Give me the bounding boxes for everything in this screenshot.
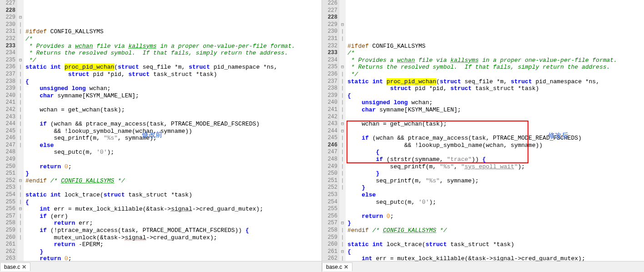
line-number[interactable]: 232 (323, 43, 337, 50)
code-line[interactable] (347, 206, 644, 213)
code-line[interactable]: { (347, 149, 644, 156)
line-number[interactable]: 250 (323, 170, 337, 177)
code-line[interactable] (25, 21, 322, 29)
line-number[interactable]: 250 (1, 163, 15, 171)
line-number[interactable]: 237 (323, 78, 337, 86)
fold-toggle-icon[interactable]: ⊟ (17, 14, 24, 21)
code-line[interactable]: if (!ptrace_may_access(task, PTRACE_MODE… (25, 227, 322, 234)
code-line[interactable] (347, 114, 644, 121)
line-number[interactable]: 256 (323, 213, 337, 220)
code-line[interactable]: } (347, 170, 644, 177)
code-line[interactable]: #endif /* CONFIG_KALLSYMS */ (25, 177, 322, 185)
line-number[interactable]: 231 (323, 35, 337, 43)
line-number[interactable]: 254 (323, 199, 337, 206)
code-line[interactable]: struct pid *pid, struct task_struct *tas… (25, 71, 322, 78)
line-number[interactable]: 237 (1, 71, 15, 78)
line-number[interactable]: 260 (1, 234, 15, 242)
fold-toggle-icon[interactable]: ⊟ (339, 248, 346, 256)
line-number[interactable]: 233 (1, 43, 15, 50)
line-number[interactable]: 242 (323, 114, 337, 121)
code-line[interactable]: { (347, 248, 644, 256)
line-number[interactable]: 251 (323, 177, 337, 185)
fold-toggle-icon[interactable]: ⊟ (339, 64, 346, 71)
code-line[interactable]: wchan = get_wchan(task); (25, 106, 322, 114)
code-line[interactable]: } (347, 220, 644, 227)
close-icon[interactable]: ✕ (22, 264, 26, 270)
code-line[interactable]: else (347, 191, 644, 199)
code-line[interactable]: static int proc_pid_wchan(struct seq_fil… (25, 64, 322, 71)
line-number[interactable]: 252 (323, 184, 337, 191)
line-number[interactable]: 226 (323, 0, 337, 7)
line-number[interactable]: 246 (323, 142, 337, 149)
line-number[interactable]: 254 (1, 191, 15, 199)
fold-toggle-icon[interactable]: ⊟ (339, 21, 346, 29)
code-line[interactable]: else (25, 142, 322, 149)
fold-toggle-icon[interactable]: ⊟ (339, 121, 346, 128)
line-number[interactable]: 244 (323, 128, 337, 135)
line-number[interactable]: 261 (323, 248, 337, 256)
fold-toggle-icon[interactable]: ⊟ (17, 206, 24, 213)
code-line[interactable]: * Returns the resolved symbol. If that f… (347, 64, 644, 71)
line-number[interactable]: 259 (323, 234, 337, 242)
line-number[interactable]: 234 (323, 57, 337, 64)
line-number[interactable]: 245 (1, 128, 15, 135)
code-line[interactable]: */ (25, 57, 322, 64)
code-line[interactable]: struct pid *pid, struct task_struct *tas… (347, 85, 644, 92)
line-number[interactable]: 252 (1, 177, 15, 185)
line-number[interactable]: 239 (1, 85, 15, 92)
line-number[interactable]: 240 (323, 99, 337, 106)
code-line[interactable]: && !lookup_symbol_name(wchan, symname)) (347, 142, 644, 149)
code-line[interactable]: int err = mutex_lock_killable(&task->sig… (25, 206, 322, 213)
line-number[interactable]: 236 (1, 64, 15, 71)
line-number[interactable]: 227 (1, 0, 15, 7)
close-icon[interactable]: ✕ (344, 264, 348, 270)
code-line[interactable]: static int lock_trace(struct task_struct… (347, 241, 644, 248)
code-line[interactable]: if (strstr(symname, "trace")) { (347, 156, 644, 163)
code-line[interactable]: return 0; (25, 255, 322, 261)
line-number[interactable]: 241 (1, 99, 15, 106)
line-number[interactable]: 244 (1, 121, 15, 128)
code-line[interactable]: /* (25, 35, 322, 43)
line-number[interactable]: 259 (1, 227, 15, 234)
code-line[interactable]: wchan = get_wchan(task); (347, 121, 644, 128)
code-line[interactable]: { (25, 199, 322, 206)
code-line[interactable] (25, 114, 322, 121)
line-number[interactable]: 249 (1, 156, 15, 163)
code-line[interactable]: #ifdef CONFIG_KALLSYMS (25, 28, 322, 35)
line-number[interactable]: 257 (1, 213, 15, 220)
code-line[interactable]: seq_printf(m, "%s", symname); (347, 177, 644, 185)
code-line[interactable]: static int proc_pid_wchan(struct seq_fil… (347, 78, 644, 86)
fold-toggle-icon[interactable]: ⊟ (17, 177, 24, 185)
code-line[interactable]: unsigned long wchan; (347, 99, 644, 106)
code-line[interactable] (25, 156, 322, 163)
code-line[interactable]: if (wchan && ptrace_may_access(task, PTR… (25, 121, 322, 128)
line-number[interactable]: 231 (1, 28, 15, 35)
code-line[interactable] (347, 35, 644, 43)
code-line[interactable]: char symname[KSYM_NAME_LEN]; (347, 106, 644, 114)
code-line[interactable]: seq_printf(m, "%s", "sys_epoll_wait"); (347, 163, 644, 171)
code-area[interactable]: 修改后 #ifdef CONFIG_KALLSYMS/* * Provides … (346, 0, 644, 261)
code-line[interactable]: int err = mutex_lock_killable(&task->sig… (347, 255, 644, 261)
code-editor-right[interactable]: 2262272282292302312322332342352362372382… (322, 0, 644, 261)
line-number[interactable]: 238 (323, 85, 337, 92)
fold-toggle-icon[interactable]: ⊟ (339, 128, 346, 135)
code-line[interactable]: mutex_unlock(&task->signal->cred_guard_m… (25, 234, 322, 242)
line-number[interactable]: 255 (323, 206, 337, 213)
code-line[interactable]: #endif /* CONFIG_KALLSYMS */ (347, 227, 644, 234)
code-line[interactable]: return 0; (347, 213, 644, 220)
line-number[interactable]: 247 (1, 142, 15, 149)
line-number[interactable]: 233 (323, 50, 337, 57)
fold-toggle-icon[interactable]: ⊟ (339, 220, 346, 227)
code-line[interactable]: static int lock_trace(struct task_struct… (25, 191, 322, 199)
code-line[interactable]: seq_printf(m, "%s", symname); (25, 135, 322, 142)
fold-toggle-icon[interactable]: ⊟ (17, 57, 24, 64)
line-number[interactable]: 230 (1, 21, 15, 29)
line-number[interactable]: 239 (323, 92, 337, 100)
code-line[interactable]: if (wchan && ptrace_may_access(task, PTR… (347, 135, 644, 142)
line-number[interactable]: 229 (323, 21, 337, 29)
line-number[interactable]: 256 (1, 206, 15, 213)
line-number[interactable]: 253 (323, 191, 337, 199)
line-number[interactable]: 249 (323, 163, 337, 171)
code-line[interactable] (25, 184, 322, 191)
code-line[interactable]: char symname[KSYM_NAME_LEN]; (25, 92, 322, 100)
